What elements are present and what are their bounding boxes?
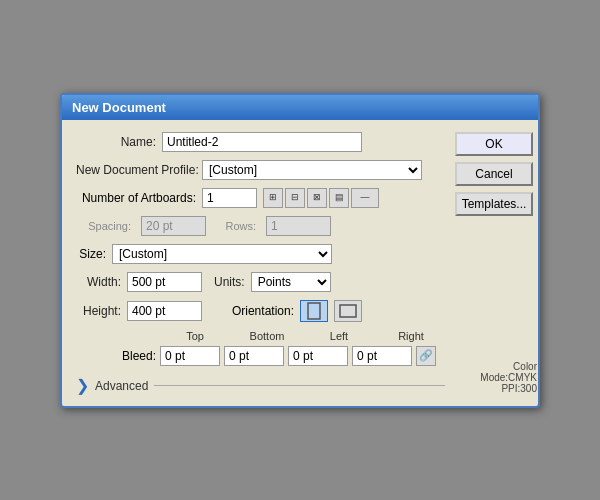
size-row: Size: [Custom] Letter A4 [76, 244, 445, 264]
height-label: Height: [76, 304, 121, 318]
ppi-text: PPI:300 [501, 383, 537, 394]
spacing-row: Spacing: Rows: [76, 216, 445, 236]
new-document-dialog: New Document Name: New Document Profile:… [60, 93, 540, 408]
orientation-label: Orientation: [214, 304, 294, 318]
spacing-input[interactable] [141, 216, 206, 236]
svg-rect-1 [340, 305, 356, 317]
bleed-left-input[interactable] [288, 346, 348, 366]
bleed-labels: Top Bottom Left Right [76, 330, 445, 342]
bleed-right-label: Right [377, 330, 445, 342]
size-select[interactable]: [Custom] Letter A4 [112, 244, 332, 264]
width-label: Width: [76, 275, 121, 289]
bleed-top-input[interactable] [160, 346, 220, 366]
height-orient-row: Height: Orientation: [76, 300, 445, 322]
bleed-section: Top Bottom Left Right Bleed: 🔗 [76, 330, 445, 366]
bleed-inputs: Bleed: 🔗 [76, 346, 445, 366]
landscape-btn[interactable] [334, 300, 362, 322]
height-row: Height: [76, 301, 202, 321]
color-mode-text: Color Mode:CMYK [455, 361, 537, 383]
bleed-left-label: Left [305, 330, 373, 342]
bleed-top-label: Top [161, 330, 229, 342]
svg-rect-0 [308, 303, 320, 319]
bleed-label: Bleed: [76, 349, 156, 363]
size-label: Size: [76, 247, 106, 261]
templates-button[interactable]: Templates... [455, 192, 533, 216]
profile-row: New Document Profile: [Custom] Print Web… [76, 160, 445, 180]
name-row: Name: [76, 132, 445, 152]
rows-label: Rows: [216, 220, 256, 232]
profile-label: New Document Profile: [76, 163, 196, 177]
grid-3-btn[interactable]: ⊠ [307, 188, 327, 208]
bleed-bottom-input[interactable] [224, 346, 284, 366]
rows-input[interactable] [266, 216, 331, 236]
height-input[interactable] [127, 301, 202, 321]
grid-dash-btn[interactable]: — [351, 188, 379, 208]
artboards-row: Number of Artboards: ⊞ ⊟ ⊠ ▤ — [76, 188, 445, 208]
grid-icons: ⊞ ⊟ ⊠ ▤ — [263, 188, 379, 208]
artboards-input[interactable] [202, 188, 257, 208]
grid-1-btn[interactable]: ⊞ [263, 188, 283, 208]
color-info: Color Mode:CMYK PPI:300 [455, 361, 537, 394]
units-label: Units: [214, 275, 245, 289]
units-row: Units: Points Pixels Inches Millimeters [214, 272, 331, 292]
advanced-divider [154, 385, 445, 386]
width-units-row: Width: Units: Points Pixels Inches Milli… [76, 272, 445, 292]
grid-2-btn[interactable]: ⊟ [285, 188, 305, 208]
portrait-btn[interactable] [300, 300, 328, 322]
advanced-row: ❯ Advanced [76, 374, 445, 394]
cancel-button[interactable]: Cancel [455, 162, 533, 186]
width-row: Width: [76, 272, 202, 292]
artboards-spinner [202, 188, 257, 208]
width-input[interactable] [127, 272, 202, 292]
chain-btn[interactable]: 🔗 [416, 346, 436, 366]
grid-4-btn[interactable]: ▤ [329, 188, 349, 208]
dialog-title: New Document [62, 95, 538, 120]
spacing-label: Spacing: [76, 220, 131, 232]
ok-button[interactable]: OK [455, 132, 533, 156]
bleed-bottom-label: Bottom [233, 330, 301, 342]
units-select[interactable]: Points Pixels Inches Millimeters [251, 272, 331, 292]
name-label: Name: [76, 135, 156, 149]
orientation-row: Orientation: [214, 300, 362, 322]
advanced-toggle-btn[interactable]: ❯ [76, 378, 89, 394]
profile-select[interactable]: [Custom] Print Web Mobile [202, 160, 422, 180]
advanced-label: Advanced [95, 379, 148, 393]
artboards-label: Number of Artboards: [76, 191, 196, 205]
name-input[interactable] [162, 132, 362, 152]
bleed-right-input[interactable] [352, 346, 412, 366]
